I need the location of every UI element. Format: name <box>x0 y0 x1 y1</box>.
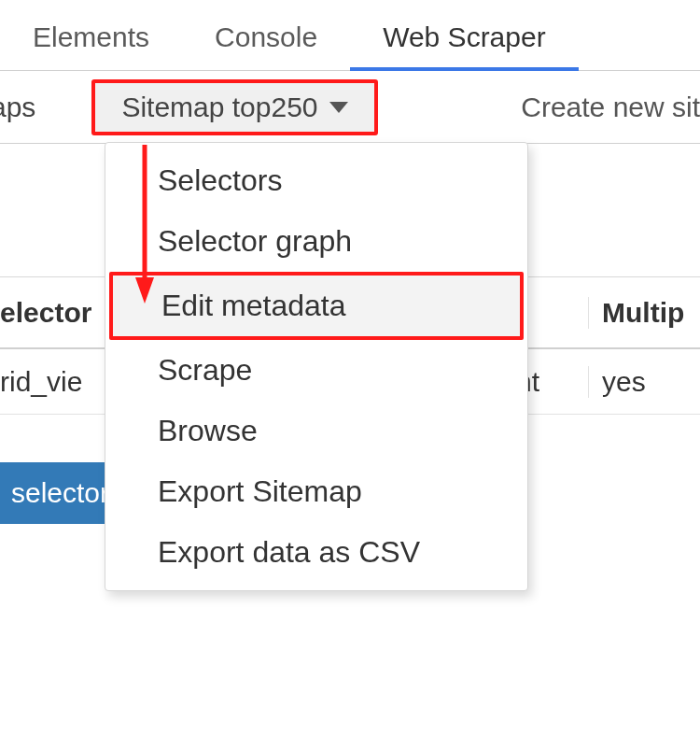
dropdown-item-export-csv[interactable]: Export data as CSV <box>105 522 527 583</box>
dropdown-item-selector-graph[interactable]: Selector graph <box>105 211 527 272</box>
dropdown-item-export-sitemap[interactable]: Export Sitemap <box>105 461 527 522</box>
tab-console[interactable]: Console <box>182 21 350 70</box>
sitemap-toolbar: aps Sitemap top250 Create new sit <box>0 71 700 144</box>
dropdown-item-selectors[interactable]: Selectors <box>105 150 527 211</box>
col-multiple-header: Multip <box>588 297 700 329</box>
cell-selector: rid_vie <box>0 366 112 398</box>
sitemap-dropdown-button[interactable]: Sitemap top250 <box>91 79 377 135</box>
sitemaps-link[interactable]: aps <box>0 71 54 143</box>
caret-down-icon <box>329 102 348 113</box>
sitemap-dropdown-label: Sitemap top250 <box>121 92 317 123</box>
cell-multiple: yes <box>588 366 700 398</box>
devtools-tab-row: Elements Console Web Scraper <box>0 0 700 71</box>
dropdown-item-scrape[interactable]: Scrape <box>105 340 527 401</box>
tab-web-scraper[interactable]: Web Scraper <box>350 21 579 70</box>
tab-elements[interactable]: Elements <box>0 21 182 70</box>
dropdown-item-browse[interactable]: Browse <box>105 401 527 461</box>
dropdown-item-edit-metadata[interactable]: Edit metadata <box>109 272 524 340</box>
sitemap-dropdown-menu: Selectors Selector graph Edit metadata S… <box>105 142 528 591</box>
col-selector-header: elector <box>0 297 112 329</box>
create-new-sitemap-link[interactable]: Create new sit <box>502 71 700 143</box>
